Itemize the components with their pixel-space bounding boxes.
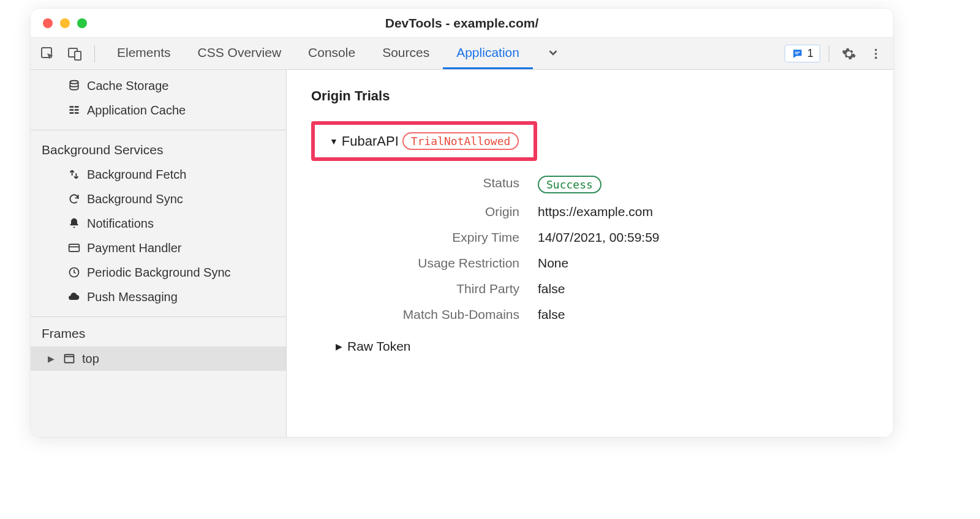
window-titlebar: DevTools - example.com/: [31, 9, 893, 38]
chevron-down-icon: ▼: [330, 136, 338, 146]
highlight-annotation: ▼ FubarAPI TrialNotAllowed: [311, 121, 537, 161]
value-expiry: 14/07/2021, 00:59:59: [538, 230, 869, 245]
panel-heading: Origin Trials: [311, 88, 869, 104]
sidebar-item-label: Cache Storage: [87, 79, 168, 93]
window-title: DevTools - example.com/: [385, 16, 539, 31]
kebab-menu-icon[interactable]: [865, 43, 887, 65]
trial-name: FubarAPI: [342, 133, 399, 149]
svg-rect-18: [65, 354, 74, 362]
issues-count: 1: [807, 47, 813, 60]
card-icon: [67, 242, 81, 254]
close-icon[interactable]: [43, 18, 53, 28]
origin-trials-panel: Origin Trials ▼ FubarAPI TrialNotAllowed…: [287, 70, 893, 437]
sidebar-item-label: Application Cache: [87, 103, 186, 118]
sidebar-item-label: Periodic Background Sync: [87, 266, 231, 280]
device-toggle-icon[interactable]: [64, 43, 86, 65]
application-sidebar: Cache Storage Application Cache Backgrou…: [31, 70, 287, 437]
cloud-icon: [67, 291, 81, 303]
raw-token-label: Raw Token: [347, 339, 411, 354]
svg-rect-10: [75, 106, 79, 108]
svg-rect-3: [795, 51, 800, 52]
sidebar-item-cache-storage[interactable]: Cache Storage: [31, 73, 286, 98]
sidebar-item-background-sync[interactable]: Background Sync: [31, 187, 286, 211]
issues-badge[interactable]: 1: [785, 45, 820, 62]
label-origin: Origin: [336, 204, 519, 219]
sidebar-item-label: Background Fetch: [87, 168, 186, 182]
devtools-window: DevTools - example.com/ Elements CSS Ove…: [31, 9, 893, 437]
value-match-subdomains: false: [538, 307, 869, 322]
label-status: Status: [336, 176, 519, 193]
sidebar-item-label: Background Sync: [87, 192, 183, 206]
tab-console[interactable]: Console: [295, 38, 369, 69]
panel-tabs: Elements CSS Overview Console Sources Ap…: [104, 38, 573, 69]
sidebar-item-label: Payment Handler: [87, 241, 182, 255]
svg-rect-11: [70, 109, 74, 111]
bell-icon: [67, 217, 81, 230]
sidebar-item-periodic-sync[interactable]: Periodic Background Sync: [31, 260, 286, 285]
window-icon: [62, 353, 76, 365]
chat-icon: [791, 48, 804, 60]
sidebar-item-label: Push Messaging: [87, 290, 178, 304]
svg-point-5: [875, 48, 877, 51]
label-expiry: Expiry Time: [336, 230, 519, 245]
label-usage: Usage Restriction: [336, 256, 519, 271]
sidebar-item-label: Notifications: [87, 217, 154, 231]
refresh-icon: [67, 193, 81, 205]
svg-rect-4: [795, 53, 799, 54]
sidebar-item-push-messaging[interactable]: Push Messaging: [31, 285, 286, 309]
status-badge: Success: [538, 176, 601, 193]
sidebar-item-notifications[interactable]: Notifications: [31, 211, 286, 236]
sidebar-section-background: Background Services: [31, 138, 286, 162]
toolbar-divider: [829, 45, 829, 62]
svg-rect-15: [69, 244, 80, 252]
chevron-right-icon: ▶: [336, 342, 342, 351]
minimize-icon[interactable]: [60, 18, 70, 28]
database-icon: [67, 80, 81, 92]
inspect-icon[interactable]: [37, 43, 59, 65]
svg-rect-9: [70, 106, 74, 108]
tab-application[interactable]: Application: [443, 38, 533, 69]
tab-elements[interactable]: Elements: [104, 38, 184, 69]
trial-details: Status Success Origin https://example.co…: [336, 176, 869, 322]
svg-rect-2: [75, 51, 81, 60]
sidebar-item-frame-top[interactable]: ▶ top: [31, 346, 286, 371]
tab-sources[interactable]: Sources: [369, 38, 443, 69]
frame-label: top: [82, 352, 99, 366]
window-controls: [43, 18, 87, 28]
sidebar-item-application-cache[interactable]: Application Cache: [31, 98, 286, 122]
value-usage: None: [538, 256, 869, 271]
sidebar-section-frames: Frames: [31, 321, 286, 346]
label-match-subdomains: Match Sub-Domains: [336, 307, 519, 322]
maximize-icon[interactable]: [77, 18, 87, 28]
svg-point-8: [70, 81, 78, 84]
panel-body: Cache Storage Application Cache Backgrou…: [31, 70, 893, 437]
updown-icon: [67, 168, 81, 181]
tabs-overflow-icon[interactable]: [533, 38, 573, 69]
svg-rect-12: [75, 109, 79, 111]
clock-icon: [67, 266, 81, 278]
raw-token-row[interactable]: ▶ Raw Token: [336, 339, 869, 354]
sidebar-item-background-fetch[interactable]: Background Fetch: [31, 162, 286, 187]
grid-icon: [67, 104, 81, 116]
value-third-party: false: [538, 282, 869, 296]
label-third-party: Third Party: [336, 282, 519, 296]
tab-css-overview[interactable]: CSS Overview: [184, 38, 295, 69]
svg-rect-14: [75, 112, 79, 114]
trial-status-badge: TrialNotAllowed: [402, 132, 519, 150]
trial-row[interactable]: ▼ FubarAPI TrialNotAllowed: [330, 132, 519, 150]
svg-point-7: [875, 56, 877, 59]
gear-icon[interactable]: [838, 43, 860, 65]
svg-rect-13: [70, 112, 74, 114]
chevron-right-icon: ▶: [48, 354, 56, 364]
value-origin: https://example.com: [538, 204, 869, 219]
sidebar-item-payment-handler[interactable]: Payment Handler: [31, 236, 286, 260]
devtools-toolbar: Elements CSS Overview Console Sources Ap…: [31, 38, 893, 70]
toolbar-divider: [94, 45, 95, 62]
svg-point-6: [875, 53, 877, 55]
